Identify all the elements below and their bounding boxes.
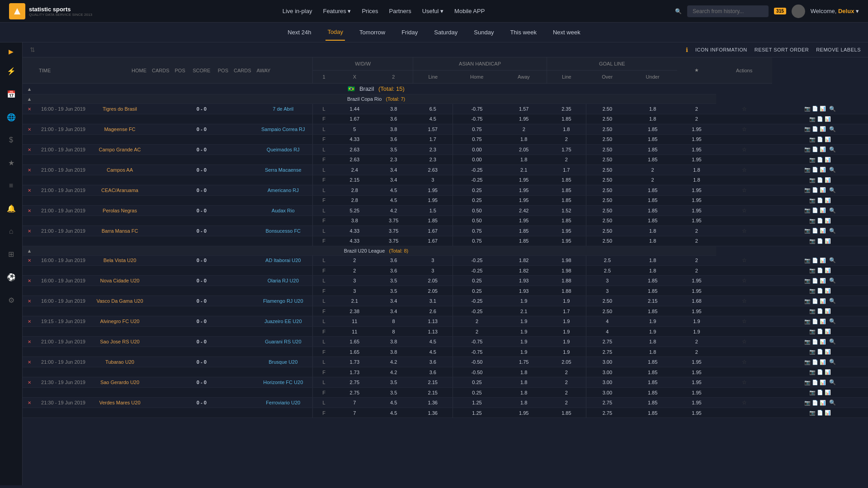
action-instagram-f-1-7[interactable]: 📷 (809, 410, 816, 416)
nav-live[interactable]: Live in-play (283, 8, 312, 14)
action-chart-f-0-4[interactable]: 📊 (825, 197, 831, 203)
action-doc-f-0-1[interactable]: 📄 (817, 136, 823, 142)
action-zoom-1-0[interactable]: 🔍 (829, 257, 836, 263)
sidebar-list[interactable]: ≡ (6, 179, 16, 192)
action-chart-0-1[interactable]: 📊 (820, 126, 826, 132)
action-doc-1-5[interactable]: 📄 (812, 359, 818, 365)
match-home-0-3[interactable]: Campos AA (90, 164, 149, 175)
remove-icon[interactable]: ✕ (28, 339, 31, 344)
action-chart-f-1-2[interactable]: 📊 (825, 308, 831, 314)
tab-next24h[interactable]: Next 24h (286, 24, 313, 40)
action-instagram-f-1-4[interactable]: 📷 (809, 349, 816, 355)
action-chart-1-1[interactable]: 📊 (820, 278, 826, 284)
action-zoom-0-0[interactable]: 🔍 (829, 106, 836, 112)
action-instagram-0-1[interactable]: 📷 (804, 126, 811, 132)
action-doc-f-0-5[interactable]: 📄 (817, 218, 823, 224)
action-zoom-0-4[interactable]: 🔍 (829, 187, 836, 193)
action-chart-f-0-3[interactable]: 📊 (825, 177, 831, 183)
action-doc-f-0-2[interactable]: 📄 (817, 157, 823, 163)
sidebar-dollar[interactable]: $ (6, 133, 16, 147)
match-away-0-3[interactable]: Serra Macaense (254, 164, 313, 175)
action-instagram-f-1-5[interactable]: 📷 (809, 369, 816, 375)
remove-icon[interactable]: ✕ (28, 208, 31, 213)
action-zoom-0-2[interactable]: 🔍 (829, 146, 836, 153)
action-chart-0-3[interactable]: 📊 (820, 167, 826, 173)
action-doc-f-0-0[interactable]: 📄 (817, 116, 823, 122)
action-chart-f-1-4[interactable]: 📊 (825, 349, 831, 355)
match-home-0-4[interactable]: CEAC/Araruama (90, 185, 149, 195)
match-x-0-0[interactable]: ✕ (23, 104, 36, 114)
action-zoom-1-1[interactable]: 🔍 (829, 277, 836, 284)
action-instagram-f-1-0[interactable]: 📷 (809, 267, 816, 273)
action-doc-f-0-4[interactable]: 📄 (817, 197, 823, 203)
action-instagram-f-0-1[interactable]: 📷 (809, 136, 816, 142)
remove-icon[interactable]: ✕ (28, 107, 31, 112)
action-doc-0-5[interactable]: 📄 (812, 207, 818, 213)
action-chart-f-1-0[interactable]: 📊 (825, 267, 831, 273)
action-chart-f-0-2[interactable]: 📊 (825, 157, 831, 163)
action-doc-f-1-0[interactable]: 📄 (817, 267, 823, 273)
search-input[interactable] (687, 5, 769, 17)
match-away-0-4[interactable]: Americano RJ (254, 185, 313, 195)
action-zoom-1-6[interactable]: 🔍 (829, 379, 836, 385)
action-chart-1-3[interactable]: 📊 (820, 319, 826, 324)
action-instagram-1-4[interactable]: 📷 (804, 339, 811, 345)
match-away-0-1[interactable]: Sampaio Correa RJ (254, 124, 313, 134)
match-fav-0-4[interactable]: ☆ (716, 185, 772, 195)
remove-icon[interactable]: ✕ (28, 400, 31, 405)
action-instagram-0-4[interactable]: 📷 (804, 187, 811, 193)
tab-tomorrow[interactable]: Tomorrow (358, 24, 387, 40)
action-zoom-0-3[interactable]: 🔍 (829, 167, 836, 173)
match-home-0-0[interactable]: Tigres do Brasil (90, 104, 149, 114)
match-away-1-3[interactable]: Juazeiro EE U20 (254, 316, 313, 327)
action-instagram-0-2[interactable]: 📷 (804, 146, 811, 152)
match-away-1-4[interactable]: Guarani RS U20 (254, 337, 313, 347)
match-x-1-1[interactable]: ✕ (23, 276, 36, 286)
action-chart-0-5[interactable]: 📊 (820, 207, 826, 213)
match-fav-1-3[interactable]: ☆ (716, 316, 772, 327)
match-home-1-3[interactable]: Alvinegro FC U20 (90, 316, 149, 327)
sidebar-globe[interactable]: 🌐 (4, 110, 19, 124)
collapse-arrow[interactable]: ▶ (9, 48, 14, 55)
action-instagram-1-7[interactable]: 📷 (804, 400, 811, 406)
remove-icon[interactable]: ✕ (28, 360, 31, 365)
match-fav-0-3[interactable]: ☆ (716, 164, 772, 175)
action-chart-f-1-5[interactable]: 📊 (825, 369, 831, 375)
match-away-0-0[interactable]: 7 de Abril (254, 104, 313, 114)
action-instagram-f-1-6[interactable]: 📷 (809, 389, 816, 395)
action-instagram-0-3[interactable]: 📷 (804, 167, 811, 173)
tab-thisweek[interactable]: This week (508, 24, 538, 40)
match-away-0-5[interactable]: Audax Rio (254, 205, 313, 216)
sidebar-house[interactable]: ⌂ (6, 225, 16, 238)
nav-partners[interactable]: Partners (389, 8, 411, 14)
action-chart-f-1-6[interactable]: 📊 (825, 389, 831, 395)
action-instagram-f-0-5[interactable]: 📷 (809, 218, 816, 224)
action-instagram-f-1-2[interactable]: 📷 (809, 308, 816, 314)
action-chart-1-5[interactable]: 📊 (820, 359, 826, 365)
action-chart-0-4[interactable]: 📊 (820, 187, 826, 193)
action-doc-1-6[interactable]: 📄 (812, 380, 818, 385)
tab-nextweek[interactable]: Next week (551, 24, 582, 40)
match-x-0-1[interactable]: ✕ (23, 124, 36, 134)
action-instagram-f-0-4[interactable]: 📷 (809, 197, 816, 203)
match-away-1-7[interactable]: Ferroviario U20 (254, 398, 313, 408)
match-away-1-6[interactable]: Horizonte FC U20 (254, 377, 313, 388)
action-instagram-f-1-3[interactable]: 📷 (809, 328, 816, 334)
action-chart-f-1-3[interactable]: 📊 (825, 328, 831, 334)
action-doc-1-1[interactable]: 📄 (812, 278, 818, 284)
action-instagram-f-0-6[interactable]: 📷 (809, 238, 816, 244)
action-zoom-1-5[interactable]: 🔍 (829, 359, 836, 365)
reset-sort-button[interactable]: RESET SORT ORDER (755, 47, 809, 52)
match-x-1-0[interactable]: ✕ (23, 255, 36, 266)
match-fav-1-7[interactable]: ☆ (716, 398, 772, 408)
collapse-league-1[interactable]: ▲ (27, 248, 32, 253)
action-doc-f-1-7[interactable]: 📄 (817, 410, 823, 416)
notification-badge[interactable]: 315 (774, 8, 786, 14)
match-home-1-2[interactable]: Vasco Da Gama U20 (90, 296, 149, 306)
match-away-0-6[interactable]: Bonsucesso FC (254, 225, 313, 236)
remove-icon[interactable]: ✕ (28, 299, 31, 304)
action-doc-0-0[interactable]: 📄 (812, 106, 818, 112)
match-fav-1-6[interactable]: ☆ (716, 377, 772, 388)
remove-icon[interactable]: ✕ (28, 278, 31, 283)
nav-mobile[interactable]: Mobile APP (454, 8, 485, 14)
